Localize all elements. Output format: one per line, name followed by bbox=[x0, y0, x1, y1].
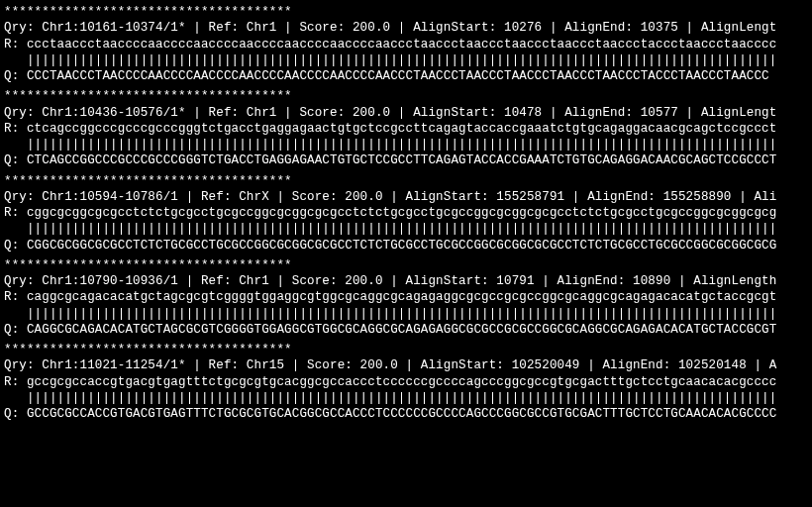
alignment-header: Qry: Chr1:10436-10576/1* | Ref: Chr1 | S… bbox=[4, 105, 808, 121]
separator-line: ************************************** bbox=[4, 342, 808, 357]
match-line: ||||||||||||||||||||||||||||||||||||||||… bbox=[4, 52, 808, 68]
alignment-block: **************************************Qr… bbox=[4, 88, 808, 168]
separator-line: ************************************** bbox=[4, 4, 808, 20]
alignment-block: **************************************Qr… bbox=[4, 4, 808, 84]
reference-sequence: R: gccgcgccaccgtgacgtgagtttctgcgcgtgcacg… bbox=[4, 374, 808, 390]
terminal-output: **************************************Qr… bbox=[0, 0, 812, 422]
reference-sequence: R: ctcagccggcccgcccgcccgggtctgacctgaggag… bbox=[4, 121, 808, 137]
query-sequence: Q: GCCGCGCCACCGTGACGTGAGTTTCTGCGCGTGCACG… bbox=[4, 406, 808, 422]
match-line: ||||||||||||||||||||||||||||||||||||||||… bbox=[4, 221, 808, 237]
reference-sequence: R: caggcgcagacacatgctagcgcgtcggggtggaggc… bbox=[4, 289, 808, 305]
alignment-header: Qry: Chr1:10594-10786/1 | Ref: ChrX | Sc… bbox=[4, 189, 808, 205]
alignment-header: Qry: Chr1:10161-10374/1* | Ref: Chr1 | S… bbox=[4, 20, 808, 36]
reference-sequence: R: ccctaaccctaaccccaaccccaaccccaaccccaac… bbox=[4, 37, 808, 52]
separator-line: ************************************** bbox=[4, 88, 808, 104]
match-line: ||||||||||||||||||||||||||||||||||||||||… bbox=[4, 390, 808, 406]
alignment-block: **************************************Qr… bbox=[4, 173, 808, 254]
query-sequence: Q: CCCTAACCCTAACCCCAACCCCAACCCCAACCCCAAC… bbox=[4, 68, 808, 84]
query-sequence: Q: CGGCGCGGCGCGCCTCTCTGCGCCTGCGCCGGCGCGG… bbox=[4, 238, 808, 254]
match-line: ||||||||||||||||||||||||||||||||||||||||… bbox=[4, 306, 808, 322]
alignment-block: **************************************Qr… bbox=[4, 257, 808, 338]
match-line: ||||||||||||||||||||||||||||||||||||||||… bbox=[4, 137, 808, 152]
alignment-block: **************************************Qr… bbox=[4, 342, 808, 422]
query-sequence: Q: CAGGCGCAGACACATGCTAGCGCGTCGGGGTGGAGGC… bbox=[4, 322, 808, 338]
separator-line: ************************************** bbox=[4, 257, 808, 273]
alignment-header: Qry: Chr1:11021-11254/1* | Ref: Chr15 | … bbox=[4, 357, 808, 373]
query-sequence: Q: CTCAGCCGGCCCGCCCGCCCGGGTCTGACCTGAGGAG… bbox=[4, 152, 808, 168]
alignment-header: Qry: Chr1:10790-10936/1 | Ref: Chr1 | Sc… bbox=[4, 273, 808, 289]
separator-line: ************************************** bbox=[4, 173, 808, 189]
reference-sequence: R: cggcgcggcgcgcctctctgcgcctgcgccggcgcgg… bbox=[4, 205, 808, 221]
